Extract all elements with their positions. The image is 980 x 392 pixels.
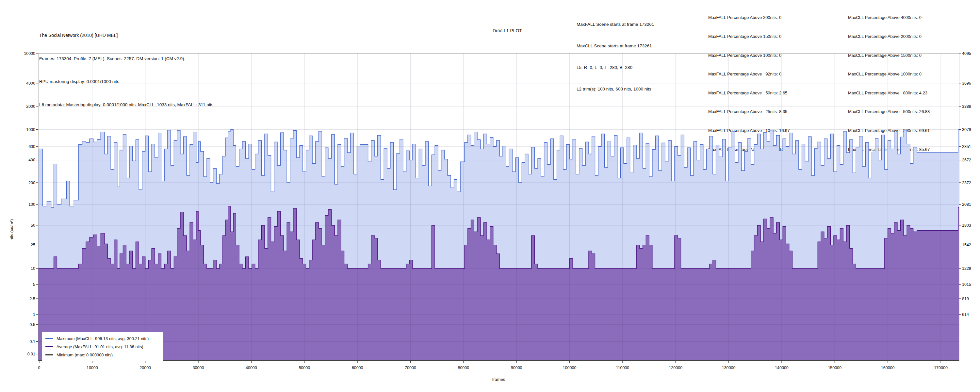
x-axis-tick-label: 80000 bbox=[458, 365, 469, 370]
x-axis-tick-label: 140000 bbox=[775, 365, 789, 370]
y-axis-tick-label: 2000 bbox=[26, 104, 35, 109]
y-axis-tick-label: 5 bbox=[33, 282, 35, 287]
y-axis-tick-label: 50 bbox=[31, 223, 35, 228]
y2-axis-tick-label: 1015 bbox=[962, 282, 971, 287]
y2-axis-tick-label: 1803 bbox=[962, 223, 971, 228]
legend-label: Maximum (MaxCLL: 996.13 nits, avg: 300.2… bbox=[57, 336, 149, 341]
dovi-l1-plot-screen: The Social Network (2010) [UHD MEL] Fram… bbox=[0, 0, 980, 392]
y2-axis-tick-label: 614 bbox=[962, 312, 969, 317]
legend-item-maximum: Maximum (MaxCLL: 996.13 nits, avg: 300.2… bbox=[45, 335, 160, 343]
x-axis-tick-label: 100000 bbox=[563, 365, 577, 370]
x-axis-tick-label: 150000 bbox=[828, 365, 842, 370]
legend-label: Minimum (max: 0.000000 nits) bbox=[57, 352, 113, 357]
y-axis-tick-label: 0.01 bbox=[27, 352, 35, 356]
y-axis-tick-label: 0.5 bbox=[30, 322, 35, 327]
y-axis-tick-label: 200 bbox=[29, 181, 35, 185]
x-axis-tick-label: 90000 bbox=[511, 365, 522, 370]
x-axis-tick-label: 40000 bbox=[246, 365, 257, 370]
x-axis-tick-label: 130000 bbox=[722, 365, 736, 370]
y-axis-tick-label: 100 bbox=[29, 202, 35, 207]
x-axis-tick-label: 60000 bbox=[352, 365, 363, 370]
y-axis-tick-label: 1 bbox=[33, 312, 35, 317]
y2-axis-tick-label: 4095 bbox=[962, 51, 971, 56]
x-axis-tick-label: 120000 bbox=[669, 365, 682, 370]
x-axis-tick-label: 50000 bbox=[299, 365, 310, 370]
x-axis-tick-label: 70000 bbox=[405, 365, 416, 370]
y-axis-tick-label: 400 bbox=[29, 158, 35, 163]
x-axis-title: frames bbox=[492, 377, 505, 382]
y2-axis-tick-label: 3079 bbox=[962, 127, 971, 132]
x-axis-tick-label: 0 bbox=[38, 365, 40, 370]
x-axis-tick-label: 20000 bbox=[140, 365, 151, 370]
y-axis-tick-label: 1000 bbox=[26, 127, 35, 132]
x-axis-tick-label: 170000 bbox=[934, 365, 948, 370]
x-axis-tick-label: 30000 bbox=[193, 365, 204, 370]
y-axis-tick-label: 600 bbox=[29, 144, 35, 149]
y2-axis-tick-label: 2372 bbox=[962, 181, 971, 185]
y2-axis-tick-label: 2672 bbox=[962, 158, 971, 163]
y-axis-tick-label: 10 bbox=[31, 266, 35, 271]
legend-item-average: Average (MaxFALL: 91.01 nits, avg: 11.86… bbox=[45, 343, 160, 351]
minimum-line-swatch bbox=[45, 354, 53, 355]
y-axis-title: nits (cd/m²) bbox=[9, 219, 14, 241]
y-axis-tick-label: 2.5 bbox=[30, 296, 35, 301]
y2-axis-tick-label: 1229 bbox=[962, 266, 971, 271]
x-axis-tick-label: 110000 bbox=[616, 365, 629, 370]
chart-legend: Maximum (MaxCLL: 996.13 nits, avg: 300.2… bbox=[42, 332, 163, 361]
legend-label: Average (MaxFALL: 91.01 nits, avg: 11.86… bbox=[57, 344, 143, 349]
y2-axis-tick-label: 3696 bbox=[962, 81, 971, 86]
y2-axis-tick-label: 1542 bbox=[962, 243, 971, 247]
legend-item-minimum: Minimum (max: 0.000000 nits) bbox=[45, 351, 160, 359]
y-axis-tick-label: 4000 bbox=[26, 81, 35, 86]
y2-axis-tick-label: 2081 bbox=[962, 202, 971, 207]
y-axis-tick-label: 10000 bbox=[24, 51, 35, 56]
x-axis-tick-label: 160000 bbox=[881, 365, 895, 370]
x-axis-tick-label: 10000 bbox=[87, 365, 98, 370]
average-line-swatch bbox=[45, 346, 53, 347]
y2-axis-tick-label: 2851 bbox=[962, 144, 971, 149]
y2-axis-tick-label: 3388 bbox=[962, 104, 971, 109]
maximum-line-swatch bbox=[45, 338, 53, 339]
y2-axis-tick-label: 819 bbox=[962, 296, 969, 301]
y-axis-tick-label: 25 bbox=[31, 243, 35, 247]
y-axis-tick-label: 0.1 bbox=[30, 339, 35, 344]
